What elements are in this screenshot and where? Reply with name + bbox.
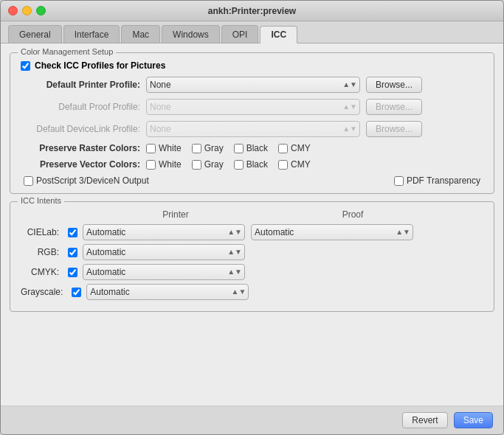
- raster-white-checkbox[interactable]: [146, 144, 156, 153]
- preserve-vector-checkboxes: White Gray Black CMY: [146, 159, 311, 170]
- rgb-checkbox[interactable]: [68, 248, 77, 257]
- rgb-check-wrapper: [65, 248, 80, 257]
- raster-gray-item[interactable]: Gray: [192, 143, 224, 153]
- cielab-check-wrapper: [65, 228, 80, 237]
- raster-black-label: Black: [246, 143, 268, 153]
- rgb-printer-select[interactable]: Automatic: [83, 244, 245, 260]
- printer-profile-select[interactable]: None: [146, 77, 360, 93]
- vector-cmy-item[interactable]: CMY: [278, 159, 311, 170]
- icc-intents-group: ICC Intents Printer Proof CIELab: Automa…: [10, 201, 494, 312]
- raster-black-checkbox[interactable]: [234, 144, 244, 153]
- cmyk-check-wrapper: [65, 268, 80, 277]
- printer-col-label: Printer: [87, 209, 264, 220]
- zoom-button[interactable]: [36, 6, 46, 15]
- raster-cmy-label: CMY: [291, 143, 311, 153]
- proof-profile-row: Default Proof Profile: None ▲▼ Browse...: [21, 99, 483, 115]
- vector-white-label: White: [159, 159, 182, 170]
- grayscale-check-wrapper: [69, 288, 83, 297]
- tab-mac[interactable]: Mac: [121, 25, 160, 43]
- grayscale-printer-select[interactable]: Automatic: [86, 284, 249, 300]
- printer-profile-row: Default Printer Profile: None ▲▼ Browse.…: [21, 77, 483, 93]
- cielab-row: CIELab: Automatic ▲▼ Automatic ▲▼: [21, 224, 483, 240]
- tabs-bar: General Interface Mac Windows OPI ICC: [1, 21, 503, 44]
- vector-cmy-checkbox[interactable]: [278, 160, 288, 170]
- intents-header: Printer Proof: [21, 209, 483, 220]
- devicelink-profile-select[interactable]: None: [146, 121, 360, 137]
- cielab-label: CIELab:: [21, 227, 65, 237]
- postscript-label: PostScript 3/DeviceN Output: [36, 175, 149, 186]
- vector-white-checkbox[interactable]: [146, 160, 156, 170]
- title-bar: ankh:Printer:preview: [1, 1, 503, 21]
- window-title: ankh:Printer:preview: [208, 6, 296, 16]
- bottom-bar: Revert Save: [1, 406, 503, 434]
- color-management-title: Color Management Setup: [18, 47, 116, 56]
- raster-cmy-checkbox[interactable]: [278, 144, 288, 153]
- tab-interface[interactable]: Interface: [63, 25, 120, 43]
- devicelink-profile-label: Default DeviceLink Profile:: [21, 124, 146, 134]
- raster-gray-label: Gray: [204, 143, 224, 153]
- raster-white-item[interactable]: White: [146, 143, 182, 153]
- check-icc-label: Check ICC Profiles for Pictures: [35, 60, 165, 71]
- vector-black-checkbox[interactable]: [234, 160, 244, 170]
- preserve-raster-checkboxes: White Gray Black CMY: [146, 143, 311, 153]
- cielab-printer-select-wrapper: Automatic ▲▼: [83, 224, 245, 240]
- cmyk-checkbox[interactable]: [68, 268, 77, 277]
- devicelink-profile-browse-button[interactable]: Browse...: [366, 121, 422, 137]
- raster-black-item[interactable]: Black: [234, 143, 268, 153]
- color-management-group: Color Management Setup Check ICC Profile…: [10, 52, 494, 194]
- printer-profile-select-wrapper: None ▲▼: [146, 77, 360, 93]
- check-icc-row: Check ICC Profiles for Pictures: [21, 60, 483, 71]
- raster-gray-checkbox[interactable]: [192, 144, 201, 153]
- grayscale-row: Grayscale: Automatic ▲▼: [21, 284, 483, 300]
- tab-icc[interactable]: ICC: [260, 26, 297, 44]
- vector-black-label: Black: [246, 159, 268, 170]
- cmyk-printer-select-wrapper: Automatic ▲▼: [83, 264, 245, 280]
- printer-profile-browse-button[interactable]: Browse...: [366, 77, 422, 93]
- pdf-transparency-item[interactable]: PDF Transparency: [394, 175, 480, 186]
- raster-white-label: White: [159, 143, 182, 153]
- devicelink-profile-row: Default DeviceLink Profile: None ▲▼ Brow…: [21, 121, 483, 137]
- vector-black-item[interactable]: Black: [234, 159, 268, 170]
- tab-general[interactable]: General: [8, 25, 62, 43]
- save-button[interactable]: Save: [454, 412, 493, 428]
- preserve-vector-label: Preserve Vector Colors:: [21, 159, 146, 170]
- cmyk-label: CMYK:: [21, 267, 65, 277]
- grayscale-printer-select-wrapper: Automatic ▲▼: [86, 284, 249, 300]
- preserve-raster-label: Preserve Raster Colors:: [21, 143, 146, 153]
- rgb-printer-select-wrapper: Automatic ▲▼: [83, 244, 245, 260]
- vector-gray-checkbox[interactable]: [192, 160, 201, 170]
- preserve-raster-row: Preserve Raster Colors: White Gray Black: [21, 143, 483, 153]
- window: ankh:Printer:preview General Interface M…: [0, 0, 504, 435]
- proof-profile-select-wrapper: None ▲▼: [146, 99, 360, 115]
- vector-cmy-label: CMY: [291, 159, 311, 170]
- proof-profile-browse-button[interactable]: Browse...: [366, 99, 422, 115]
- revert-button[interactable]: Revert: [402, 412, 447, 428]
- raster-cmy-item[interactable]: CMY: [278, 143, 311, 153]
- vector-gray-label: Gray: [204, 159, 224, 170]
- cielab-proof-select[interactable]: Automatic: [251, 224, 413, 240]
- check-icc-checkbox[interactable]: [21, 61, 30, 71]
- rgb-row: RGB: Automatic ▲▼: [21, 244, 483, 260]
- cielab-printer-select[interactable]: Automatic: [83, 224, 245, 240]
- preserve-vector-row: Preserve Vector Colors: White Gray Black: [21, 159, 483, 170]
- icc-intents-title: ICC Intents: [18, 196, 64, 205]
- postscript-item[interactable]: PostScript 3/DeviceN Output: [24, 175, 149, 186]
- tab-opi[interactable]: OPI: [221, 25, 259, 43]
- traffic-lights: [8, 6, 46, 15]
- minimize-button[interactable]: [22, 6, 32, 15]
- devicelink-profile-select-wrapper: None ▲▼: [146, 121, 360, 137]
- close-button[interactable]: [8, 6, 18, 15]
- grayscale-checkbox[interactable]: [72, 288, 81, 297]
- cmyk-printer-select[interactable]: Automatic: [83, 264, 245, 280]
- vector-gray-item[interactable]: Gray: [192, 159, 224, 170]
- proof-profile-select[interactable]: None: [146, 99, 360, 115]
- tab-windows[interactable]: Windows: [162, 25, 220, 43]
- pdf-transparency-label: PDF Transparency: [407, 175, 480, 186]
- proof-profile-label: Default Proof Profile:: [21, 102, 146, 112]
- cielab-checkbox[interactable]: [68, 228, 77, 237]
- vector-white-item[interactable]: White: [146, 159, 182, 170]
- proof-col-label: Proof: [264, 209, 441, 220]
- postscript-checkbox[interactable]: [24, 176, 33, 186]
- pdf-transparency-checkbox[interactable]: [394, 176, 404, 186]
- grayscale-label: Grayscale:: [21, 287, 69, 297]
